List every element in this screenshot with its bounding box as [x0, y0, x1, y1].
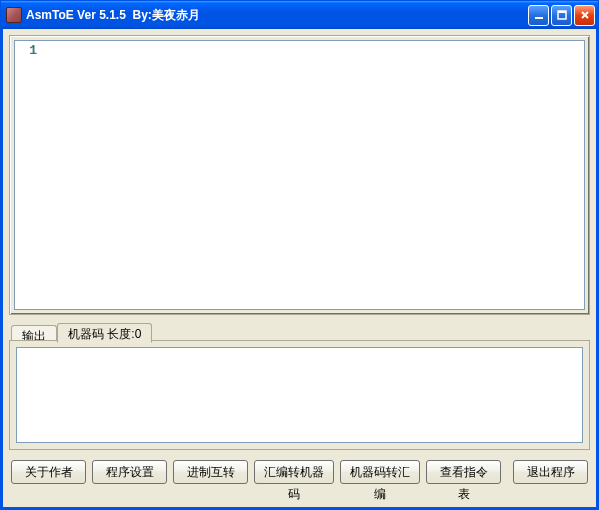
line-gutter: 1 [15, 41, 43, 309]
app-window: AsmToE Ver 5.1.5 By:美夜赤月 1 输出 [0, 0, 599, 510]
tab-pane [9, 340, 590, 450]
titlebar[interactable]: AsmToE Ver 5.1.5 By:美夜赤月 [1, 1, 598, 29]
settings-button[interactable]: 程序设置 [92, 460, 167, 484]
svg-rect-2 [558, 11, 566, 13]
minimize-icon [534, 10, 544, 20]
button-bar: 关于作者 程序设置 进制互转 汇编转机器码 机器码转汇编 查看指令表 退出程序 [9, 456, 590, 486]
editor-panel: 1 [9, 35, 590, 315]
app-icon [6, 7, 22, 23]
asm-to-machinecode-button[interactable]: 汇编转机器码 [254, 460, 334, 484]
machinecode-to-asm-button[interactable]: 机器码转汇编 [340, 460, 420, 484]
code-editor[interactable]: 1 [14, 40, 585, 310]
close-button[interactable] [574, 5, 595, 26]
code-area[interactable] [43, 41, 584, 309]
radix-convert-button[interactable]: 进制互转 [173, 460, 248, 484]
window-buttons [528, 5, 595, 26]
about-button[interactable]: 关于作者 [11, 460, 86, 484]
tabs-container: 输出 机器码 长度:0 [9, 321, 590, 450]
minimize-button[interactable] [528, 5, 549, 26]
output-textarea[interactable] [16, 347, 583, 443]
maximize-icon [557, 10, 567, 20]
client-area: 1 输出 机器码 长度:0 关于作者 程序设置 进制互转 汇编转机器码 机器码转… [1, 29, 598, 509]
tab-machinecode[interactable]: 机器码 长度:0 [57, 323, 152, 343]
line-number: 1 [15, 43, 37, 58]
tab-strip: 输出 机器码 长度:0 [9, 321, 590, 341]
opcode-table-button[interactable]: 查看指令表 [426, 460, 501, 484]
maximize-button[interactable] [551, 5, 572, 26]
window-title: AsmToE Ver 5.1.5 By:美夜赤月 [26, 7, 528, 24]
svg-rect-0 [535, 17, 543, 19]
close-icon [580, 10, 590, 20]
exit-button[interactable]: 退出程序 [513, 460, 588, 484]
